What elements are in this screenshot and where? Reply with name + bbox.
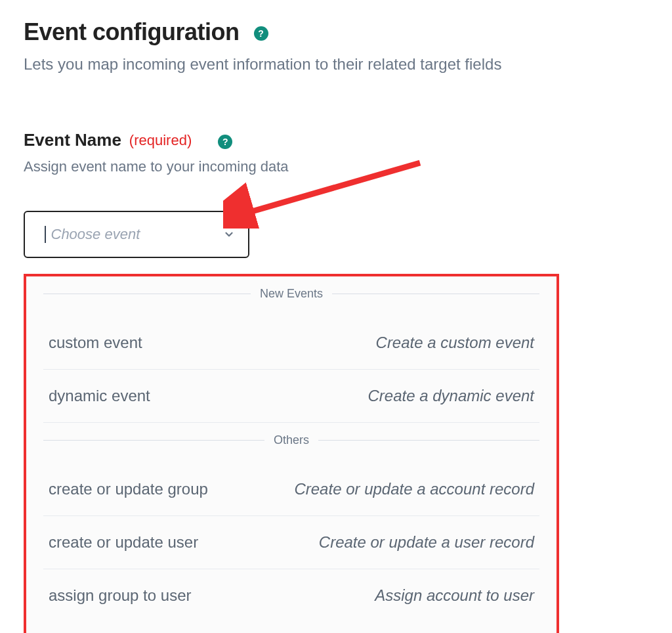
option-custom-event[interactable]: custom event Create a custom event — [43, 316, 539, 370]
option-create-or-update-group[interactable]: create or update group Create or update … — [43, 463, 539, 516]
option-name: custom event — [49, 334, 142, 352]
text-cursor — [45, 226, 46, 243]
option-dynamic-event[interactable]: dynamic event Create a dynamic event — [43, 370, 539, 423]
event-name-field: Event Name (required) ? Assign event nam… — [24, 130, 672, 258]
select-placeholder: Choose event — [51, 226, 224, 243]
help-icon[interactable]: ? — [218, 135, 232, 149]
section-header-new-events: New Events — [43, 287, 539, 301]
option-desc: Create or update a account record — [294, 480, 534, 498]
option-name: assign group to user — [49, 586, 191, 605]
option-desc: Create a custom event — [376, 334, 534, 352]
section-label: Others — [264, 433, 318, 447]
divider-line — [332, 294, 539, 294]
page-subtitle: Lets you map incoming event information … — [24, 55, 672, 74]
option-desc: Create a dynamic event — [368, 387, 534, 405]
option-name: create or update group — [49, 480, 208, 498]
page-root: Event configuration ? Lets you map incom… — [0, 0, 672, 633]
help-icon[interactable]: ? — [254, 26, 268, 41]
option-name: create or update user — [49, 533, 198, 552]
field-description: Assign event name to your incoming data — [24, 158, 672, 175]
field-label: Event Name — [24, 130, 121, 150]
section-header-others: Others — [43, 433, 539, 447]
divider-line — [43, 440, 264, 441]
option-desc: Create or update a user record — [319, 533, 534, 552]
page-title: Event configuration — [24, 18, 240, 46]
divider-line — [43, 294, 251, 294]
chevron-down-icon — [223, 229, 235, 240]
option-name: dynamic event — [49, 387, 150, 405]
section-label: New Events — [251, 287, 332, 301]
option-desc: Assign account to user — [375, 586, 534, 605]
option-create-or-update-user[interactable]: create or update user Create or update a… — [43, 516, 539, 569]
heading-row: Event configuration ? — [24, 18, 672, 46]
divider-line — [318, 440, 539, 441]
required-indicator: (required) — [129, 132, 192, 149]
option-assign-group-to-user[interactable]: assign group to user Assign account to u… — [43, 569, 539, 622]
event-select[interactable]: Choose event — [24, 211, 249, 258]
field-label-row: Event Name (required) ? — [24, 130, 672, 150]
event-dropdown-panel: New Events custom event Create a custom … — [24, 274, 559, 633]
